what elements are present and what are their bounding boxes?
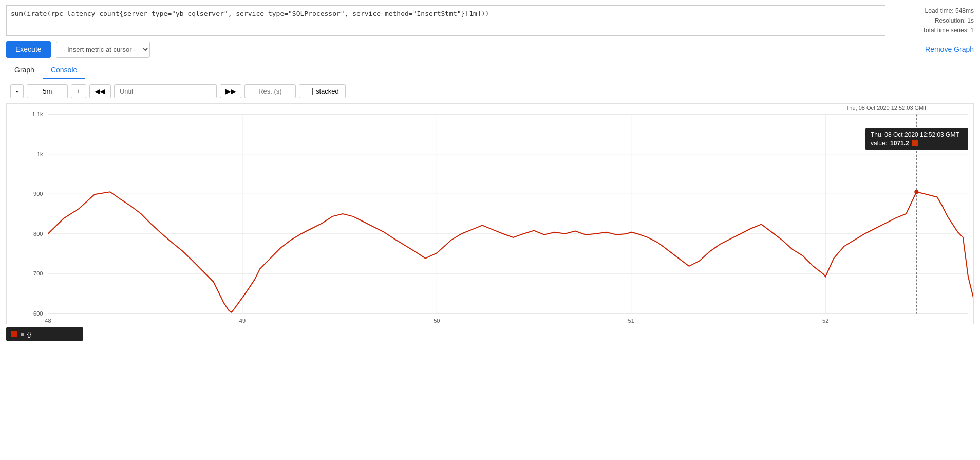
legend-area: ■ {} [6,327,83,341]
svg-text:1k: 1k [37,151,43,157]
controls-row: Execute - insert metric at cursor - Remo… [0,39,980,62]
minus-button[interactable]: - [10,84,24,98]
stacked-button[interactable]: stacked [299,84,346,98]
tab-console-label: Console [51,66,77,74]
legend-icon: ■ [21,331,24,337]
resolution-input[interactable] [244,84,296,98]
svg-text:50: 50 [434,318,440,324]
svg-text:48: 48 [45,318,51,324]
metric-select[interactable]: - insert metric at cursor - [56,42,150,58]
svg-text:700: 700 [33,270,43,277]
tab-graph[interactable]: Graph [6,62,43,79]
stacked-checkbox-icon [306,88,313,95]
chart-area: Thu, 08 Oct 2020 12:52:03 GMT Thu, 08 Oc… [6,103,974,324]
svg-text:1.1k: 1.1k [32,111,43,117]
remove-graph-button[interactable]: Remove Graph [925,45,974,53]
tab-graph-label: Graph [14,66,34,74]
svg-text:52: 52 [822,318,828,324]
chart-line [48,192,973,312]
tabs-row: Graph Console [0,62,980,79]
legend-label: {} [27,330,31,338]
svg-text:600: 600 [33,310,43,317]
chart-svg: .grid-line { stroke: #e8e8e8; stroke-wid… [7,104,973,324]
back-button[interactable]: ◀◀ [89,84,111,98]
top-right-info: Load time: 548ms Resolution: 1s Total ti… [892,5,974,36]
svg-text:800: 800 [33,231,43,237]
cursor-dot [914,190,918,194]
resolution: Resolution: 1s [892,16,974,26]
load-time: Load time: 548ms [892,6,974,16]
cursor-timestamp: Thu, 08 Oct 2020 12:52:03 GMT [846,105,927,111]
svg-text:51: 51 [628,318,634,324]
svg-text:49: 49 [239,318,246,324]
legend-color-box [11,331,17,337]
time-range-input[interactable] [27,84,68,98]
plus-button[interactable]: + [71,84,86,98]
total-time-series: Total time series: 1 [892,26,974,35]
graph-controls: - + ◀◀ ▶▶ stacked [0,79,980,103]
tab-console[interactable]: Console [43,62,85,79]
top-bar: Load time: 548ms Resolution: 1s Total ti… [0,0,980,39]
query-input[interactable] [6,5,885,36]
stacked-label: stacked [316,87,339,95]
until-input[interactable] [114,84,217,98]
svg-text:900: 900 [33,191,43,197]
execute-button[interactable]: Execute [6,41,51,58]
forward-button[interactable]: ▶▶ [220,84,241,98]
